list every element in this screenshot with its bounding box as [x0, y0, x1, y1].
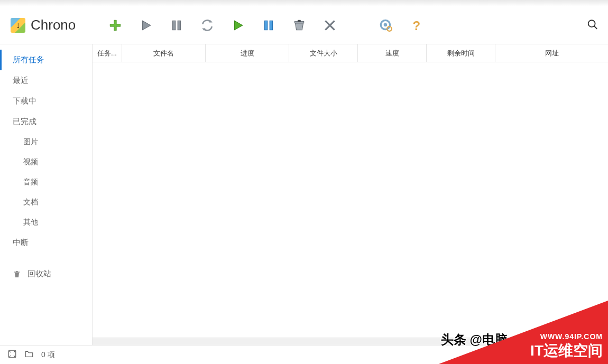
remove-button[interactable]: [291, 17, 307, 33]
trash-icon: [13, 269, 21, 279]
sidebar-item-all[interactable]: 所有任务: [0, 50, 92, 70]
svg-text:?: ?: [413, 18, 421, 32]
help-button[interactable]: ?: [409, 17, 425, 33]
logo[interactable]: Chrono: [11, 17, 76, 33]
col-size[interactable]: 文件大小: [289, 44, 358, 62]
pause-icon: [170, 18, 183, 32]
sidebar-item-images[interactable]: 图片: [0, 132, 92, 152]
pause-all-button[interactable]: [261, 17, 277, 33]
sidebar-trash-label: 回收站: [27, 269, 51, 279]
col-task[interactable]: 任务...: [93, 44, 122, 62]
start-all-button[interactable]: [230, 17, 246, 33]
sidebar-item-videos[interactable]: 视频: [0, 152, 92, 172]
pause-all-icon: [262, 18, 275, 32]
col-filename[interactable]: 文件名: [122, 44, 206, 62]
svg-rect-3: [270, 21, 272, 30]
sidebar-item-completed[interactable]: 已完成: [0, 111, 92, 132]
sidebar-item-interrupted[interactable]: 中断: [0, 232, 92, 253]
sidebar: 所有任务 最近 下载中 已完成 图片 视频 音频 文档 其他 中断 回收站: [0, 44, 93, 345]
svg-line-10: [594, 26, 597, 29]
col-speed[interactable]: 速度: [358, 44, 427, 62]
search-button[interactable]: [587, 18, 598, 32]
help-icon: ?: [410, 18, 423, 32]
table-body: [93, 62, 608, 338]
expand-icon: [7, 349, 17, 359]
header: Chrono ?: [0, 6, 608, 44]
watermark-brand: IT运维空间: [530, 341, 603, 361]
search-icon: [587, 18, 598, 30]
play-all-icon: [231, 18, 245, 32]
svg-rect-4: [295, 21, 304, 23]
sidebar-item-other[interactable]: 其他: [0, 212, 92, 232]
gear-icon: [379, 18, 393, 32]
svg-rect-1: [178, 21, 180, 30]
logo-icon: [11, 18, 25, 33]
refresh-button[interactable]: [199, 17, 215, 33]
sidebar-item-audio[interactable]: 音频: [0, 172, 92, 192]
watermark-site: WWW.94IP.COM: [540, 332, 603, 341]
table-header: 任务... 文件名 进度 文件大小 速度 剩余时间 网址: [93, 44, 608, 62]
toolbar: ?: [107, 17, 425, 33]
refresh-icon: [200, 18, 214, 32]
sidebar-item-trash[interactable]: 回收站: [0, 264, 92, 284]
expand-button[interactable]: [7, 349, 17, 360]
svg-rect-0: [173, 21, 176, 30]
trash-bin-icon: [292, 18, 306, 32]
add-button[interactable]: [107, 17, 123, 33]
folder-icon: [24, 349, 34, 359]
delete-button[interactable]: [322, 17, 338, 33]
sidebar-item-docs[interactable]: 文档: [0, 192, 92, 212]
close-icon: [323, 18, 337, 32]
main: 任务... 文件名 进度 文件大小 速度 剩余时间 网址: [93, 44, 608, 345]
status-count: 0 项: [41, 350, 55, 360]
sidebar-item-recent[interactable]: 最近: [0, 70, 92, 91]
svg-rect-2: [265, 21, 268, 30]
plus-icon: [108, 18, 122, 32]
pause-button[interactable]: [169, 17, 185, 33]
col-url[interactable]: 网址: [495, 44, 608, 62]
start-button[interactable]: [138, 17, 154, 33]
settings-button[interactable]: [378, 17, 394, 33]
svg-point-6: [384, 23, 388, 26]
col-remaining[interactable]: 剩余时间: [427, 44, 495, 62]
svg-point-9: [588, 20, 595, 27]
app-name: Chrono: [31, 17, 76, 33]
folder-button[interactable]: [24, 349, 34, 360]
play-icon: [139, 18, 153, 32]
col-progress[interactable]: 进度: [206, 44, 289, 62]
sidebar-item-downloading[interactable]: 下载中: [0, 91, 92, 111]
